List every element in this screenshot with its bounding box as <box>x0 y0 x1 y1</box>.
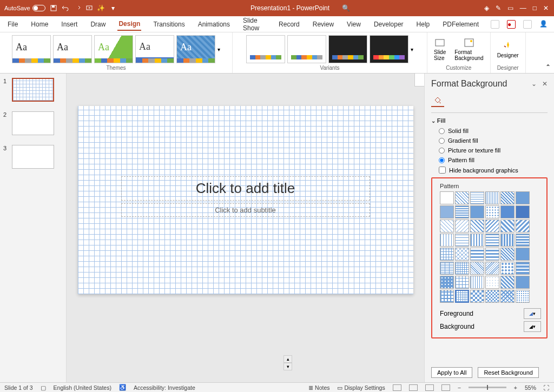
foreground-color-dropdown[interactable]: ◢▾ <box>524 308 541 319</box>
pattern-swatch[interactable] <box>485 262 499 275</box>
tab-review[interactable]: Review <box>312 18 335 30</box>
pattern-swatch[interactable] <box>455 276 469 289</box>
maximize-icon[interactable]: □ <box>533 4 537 12</box>
brush-icon[interactable]: ✎ <box>496 4 501 12</box>
solid-fill-radio[interactable]: Solid fill <box>431 126 548 136</box>
zoom-slider[interactable] <box>469 387 506 388</box>
pattern-swatch[interactable] <box>470 290 484 303</box>
pattern-swatch[interactable] <box>440 276 454 289</box>
pattern-swatch[interactable] <box>500 262 515 275</box>
undo-icon[interactable] <box>62 4 69 12</box>
variant-tile[interactable] <box>287 35 326 63</box>
pattern-swatch[interactable] <box>440 248 454 261</box>
pattern-swatch[interactable] <box>485 191 499 204</box>
slide-size-button[interactable]: Slide Size <box>431 36 449 62</box>
theme-tile[interactable]: Aa <box>135 35 174 63</box>
slide-thumbnail[interactable] <box>12 111 54 135</box>
qat-more-icon[interactable]: ▾ <box>109 4 117 12</box>
variant-tile[interactable] <box>246 35 285 63</box>
reading-view-icon[interactable] <box>425 384 434 391</box>
slideshow-view-icon[interactable] <box>441 384 450 391</box>
share-icon[interactable] <box>523 20 532 29</box>
close-icon[interactable]: ✕ <box>543 4 549 12</box>
tab-slideshow[interactable]: Slide Show <box>242 15 267 34</box>
pattern-swatch[interactable] <box>500 234 515 247</box>
pattern-swatch[interactable] <box>440 290 454 303</box>
fit-to-window-icon[interactable]: ⛶ <box>544 384 550 391</box>
accessibility-icon[interactable]: ♿ <box>119 384 126 391</box>
pattern-swatch[interactable] <box>470 234 484 247</box>
pattern-swatch[interactable] <box>500 220 515 232</box>
pattern-swatch[interactable] <box>516 205 530 218</box>
hide-bg-checkbox[interactable]: Hide background graphics <box>431 165 548 175</box>
pattern-swatch[interactable] <box>455 262 469 275</box>
notes-button[interactable]: ≣ Notes <box>308 384 329 391</box>
display-settings-button[interactable]: ▭ Display Settings <box>337 384 385 391</box>
pattern-swatch[interactable] <box>455 220 469 232</box>
pattern-swatch[interactable] <box>485 248 499 261</box>
pattern-swatch[interactable] <box>440 262 454 275</box>
tab-file[interactable]: File <box>6 18 19 30</box>
pattern-swatch[interactable] <box>470 220 484 232</box>
record-circle-icon[interactable]: ● <box>507 20 516 29</box>
scroll-up-icon[interactable]: ▴ <box>283 355 292 363</box>
tab-help[interactable]: Help <box>416 18 431 30</box>
pane-options-icon[interactable]: ⌄ <box>531 80 537 88</box>
pattern-swatch[interactable] <box>500 205 515 218</box>
pattern-swatch[interactable] <box>455 248 469 261</box>
gradient-fill-radio[interactable]: Gradient fill <box>431 136 548 145</box>
user-icon[interactable]: 👤 <box>539 20 548 29</box>
zoom-in-icon[interactable]: + <box>514 384 517 391</box>
pattern-fill-radio[interactable]: Pattern fill <box>431 155 548 165</box>
pattern-swatch[interactable] <box>440 205 454 218</box>
zoom-out-icon[interactable]: − <box>458 384 461 391</box>
pattern-swatch[interactable] <box>470 248 484 261</box>
pattern-swatch[interactable] <box>500 290 515 303</box>
present-icon[interactable] <box>85 4 93 12</box>
apply-to-all-button[interactable]: Apply to All <box>431 367 472 378</box>
redo-icon[interactable] <box>74 4 81 12</box>
zoom-level[interactable]: 55% <box>525 384 536 391</box>
accessibility-status[interactable]: Accessibility: Investigate <box>134 384 195 391</box>
tab-home[interactable]: Home <box>30 18 49 30</box>
pattern-swatch[interactable] <box>516 290 530 303</box>
designer-button[interactable]: Designer <box>494 39 522 59</box>
format-background-button[interactable]: Format Background <box>451 36 486 62</box>
mini-scroll[interactable] <box>414 74 424 87</box>
theme-tile[interactable]: Aa <box>53 35 92 63</box>
pattern-swatch[interactable] <box>516 191 530 204</box>
slide[interactable]: Click to add title Click to add subtitle <box>78 106 413 294</box>
slide-thumbnail[interactable] <box>12 145 54 169</box>
save-icon[interactable] <box>50 4 57 12</box>
tab-animations[interactable]: Animations <box>197 18 231 30</box>
diamond-icon[interactable]: ◈ <box>484 4 489 12</box>
pattern-swatch[interactable] <box>470 262 484 275</box>
subtitle-placeholder[interactable]: Click to add subtitle <box>121 203 370 217</box>
pattern-swatch[interactable] <box>440 220 454 232</box>
fill-tab-icon[interactable] <box>431 94 444 107</box>
pattern-swatch[interactable] <box>455 290 469 303</box>
tab-view[interactable]: View <box>346 18 362 30</box>
pattern-swatch[interactable] <box>455 234 469 247</box>
pattern-swatch[interactable] <box>500 276 515 289</box>
window-icon[interactable]: ▭ <box>507 4 513 12</box>
theme-tile[interactable]: Aa <box>94 35 133 63</box>
tab-developer[interactable]: Developer <box>373 18 405 30</box>
language-status[interactable]: English (United States) <box>54 384 111 391</box>
themes-more-icon[interactable]: ▾ <box>217 46 220 52</box>
tab-pdfelement[interactable]: PDFelement <box>441 18 480 30</box>
pattern-swatch[interactable] <box>516 248 530 261</box>
variant-tile[interactable] <box>328 35 367 63</box>
tab-insert[interactable]: Insert <box>60 18 78 30</box>
pattern-swatch[interactable] <box>500 191 515 204</box>
spell-icon[interactable]: ▢ <box>41 384 46 391</box>
pattern-swatch[interactable] <box>440 234 454 247</box>
fill-section-header[interactable]: Fill <box>431 115 548 126</box>
pattern-swatch[interactable] <box>485 276 499 289</box>
variants-more-icon[interactable]: ▾ <box>411 46 413 52</box>
pattern-swatch[interactable] <box>516 262 530 275</box>
collapse-ribbon-icon[interactable]: ⌃ <box>545 63 551 71</box>
pattern-swatch[interactable] <box>516 234 530 247</box>
slide-thumbnail[interactable] <box>12 78 54 102</box>
pattern-swatch[interactable] <box>455 205 469 218</box>
